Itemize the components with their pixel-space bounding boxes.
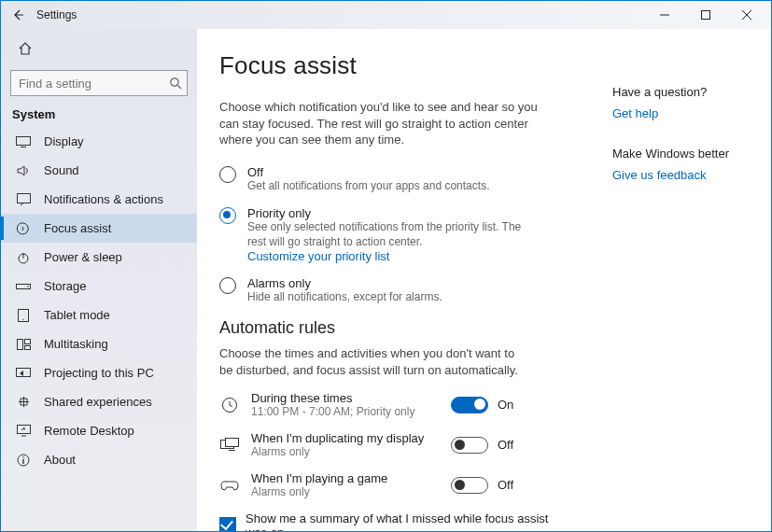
home-icon <box>18 42 33 55</box>
sidebar-item-remote-desktop[interactable]: Remote Desktop <box>1 416 197 445</box>
sidebar-item-label: Projecting to this PC <box>44 366 154 380</box>
automatic-rules-heading: Automatic rules <box>219 318 555 338</box>
summary-checkbox[interactable] <box>219 517 236 531</box>
sidebar-item-about[interactable]: About <box>1 445 197 474</box>
radio-control[interactable] <box>219 207 236 224</box>
sidebar-item-label: Tablet mode <box>44 308 110 322</box>
svg-rect-2 <box>17 136 31 145</box>
remote-desktop-icon <box>14 425 33 437</box>
give-feedback-link[interactable]: Give us feedback <box>612 168 743 182</box>
summary-checkbox-row[interactable]: Show me a summary of what I missed while… <box>219 511 555 531</box>
about-icon <box>14 454 33 467</box>
main-content: Focus assist Choose which notification y… <box>197 29 771 531</box>
radio-off[interactable]: Off Get all notifications from your apps… <box>219 165 555 194</box>
sidebar-item-label: Focus assist <box>44 221 111 235</box>
sidebar-item-tablet-mode[interactable]: Tablet mode <box>1 301 197 329</box>
multitasking-icon <box>14 339 33 350</box>
sidebar-item-label: About <box>44 453 76 467</box>
right-rail: Have a question? Get help Make Windows b… <box>612 85 743 208</box>
rule-duplicating-display[interactable]: When I'm duplicating my display Alarms o… <box>219 431 518 458</box>
sidebar-item-multitasking[interactable]: Multitasking <box>1 329 197 358</box>
radio-control[interactable] <box>219 277 236 294</box>
rule-title: During these times <box>251 391 451 405</box>
close-icon <box>742 10 751 20</box>
svg-rect-18 <box>226 438 239 446</box>
radio-subtitle: See only selected notifications from the… <box>247 220 527 249</box>
minimize-icon <box>660 10 669 20</box>
radio-subtitle: Get all notifications from your apps and… <box>247 179 489 194</box>
minimize-button[interactable] <box>644 1 685 29</box>
automatic-rules-desc: Choose the times and activities when you… <box>219 345 527 378</box>
shared-icon <box>14 395 33 409</box>
sidebar-item-sound[interactable]: Sound <box>1 156 197 185</box>
radio-control[interactable] <box>219 166 236 183</box>
toggle-playing-game[interactable] <box>451 477 488 494</box>
svg-point-6 <box>27 286 29 287</box>
maximize-button[interactable] <box>685 1 726 29</box>
toggle-state-label: On <box>498 398 518 412</box>
sidebar-item-label: Storage <box>44 279 87 293</box>
sidebar-item-label: Power & sleep <box>44 250 122 264</box>
svg-point-1 <box>171 78 178 86</box>
sound-icon <box>14 164 33 177</box>
question-heading: Have a question? <box>612 85 743 99</box>
sidebar-item-label: Remote Desktop <box>44 424 134 438</box>
toggle-duplicating-display[interactable] <box>451 437 488 454</box>
svg-point-15 <box>22 456 24 458</box>
rule-playing-game[interactable]: When I'm playing a game Alarms only Off <box>219 471 518 498</box>
svg-rect-11 <box>24 345 30 349</box>
sidebar-item-label: Multitasking <box>44 337 108 351</box>
sidebar: System Display Sound Notifications & act… <box>1 29 197 531</box>
toggle-during-times[interactable] <box>451 397 488 413</box>
power-icon <box>14 251 33 264</box>
rule-subtitle: 11:00 PM - 7:00 AM; Priority only <box>251 405 451 418</box>
summary-checkbox-label: Show me a summary of what I missed while… <box>246 511 555 531</box>
clock-icon <box>219 397 240 413</box>
notifications-icon <box>14 193 33 206</box>
sidebar-item-display[interactable]: Display <box>1 127 197 156</box>
sidebar-item-label: Display <box>44 134 84 148</box>
sidebar-item-label: Notifications & actions <box>44 192 163 206</box>
sidebar-item-storage[interactable]: Storage <box>1 272 197 301</box>
home-button[interactable] <box>1 35 197 63</box>
svg-rect-9 <box>17 339 22 349</box>
svg-rect-0 <box>702 11 710 20</box>
storage-icon <box>14 282 33 291</box>
rule-subtitle: Alarms only <box>251 445 451 458</box>
close-button[interactable] <box>726 1 767 29</box>
sidebar-item-shared-experiences[interactable]: Shared experiences <box>1 387 197 416</box>
customize-priority-link[interactable]: Customize your priority list <box>247 249 527 263</box>
radio-alarms-only[interactable]: Alarms only Hide all notifications, exce… <box>219 276 555 305</box>
page-description: Choose which notification you'd like to … <box>219 99 555 148</box>
page-title: Focus assist <box>219 51 555 80</box>
sidebar-item-power-sleep[interactable]: Power & sleep <box>1 243 197 272</box>
rule-title: When I'm playing a game <box>251 471 451 485</box>
rule-during-these-times[interactable]: During these times 11:00 PM - 7:00 AM; P… <box>219 391 518 418</box>
rule-title: When I'm duplicating my display <box>251 431 451 445</box>
get-help-link[interactable]: Get help <box>612 106 743 120</box>
svg-point-8 <box>22 318 23 319</box>
svg-rect-10 <box>24 339 30 343</box>
rule-subtitle: Alarms only <box>251 485 451 498</box>
sidebar-item-projecting[interactable]: Projecting to this PC <box>1 358 197 387</box>
radio-subtitle: Hide all notifications, except for alarm… <box>247 290 442 305</box>
back-arrow-icon <box>11 7 26 22</box>
titlebar: Settings <box>1 1 771 29</box>
focus-assist-icon <box>14 222 33 235</box>
sidebar-item-focus-assist[interactable]: Focus assist <box>1 214 197 243</box>
radio-title: Priority only <box>247 206 527 220</box>
sidebar-item-label: Sound <box>44 163 79 177</box>
search-container <box>10 70 188 96</box>
sidebar-item-notifications[interactable]: Notifications & actions <box>1 185 197 214</box>
maximize-icon <box>701 10 710 20</box>
feedback-heading: Make Windows better <box>612 147 743 161</box>
toggle-state-label: Off <box>498 478 518 492</box>
radio-priority-only[interactable]: Priority only See only selected notifica… <box>219 206 555 263</box>
tablet-icon <box>14 309 33 322</box>
search-input[interactable] <box>10 70 188 96</box>
game-controller-icon <box>219 479 240 492</box>
sidebar-heading: System <box>1 105 197 127</box>
radio-title: Off <box>247 165 489 179</box>
duplicate-display-icon <box>219 438 240 453</box>
back-button[interactable] <box>8 5 29 25</box>
